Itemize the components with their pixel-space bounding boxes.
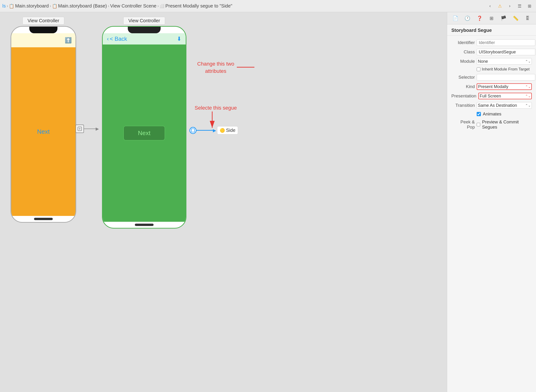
- identifier-input[interactable]: [477, 39, 535, 46]
- inspector-module-row: Module None ⌃⌄: [447, 57, 536, 66]
- vc2-notch: [128, 27, 161, 33]
- breadcrumb-icon-2: 📋: [52, 4, 57, 9]
- breadcrumb-sep-1: ›: [7, 4, 8, 9]
- blue-connector: ▶ 🟡 Side: [189, 126, 238, 134]
- svg-rect-3: [191, 129, 195, 132]
- side-badge-icon: 🟡: [220, 128, 225, 133]
- annotation-change: Change this twoattributes: [192, 61, 239, 75]
- kind-select[interactable]: Present Modally Show Show Detail Present…: [477, 83, 532, 90]
- toolbar-right: ‹ ⚠ › ☰ ⊞: [486, 2, 534, 10]
- transition-label: Transition: [451, 103, 475, 108]
- peek-checkbox[interactable]: [477, 123, 480, 126]
- segue-line-gray: [84, 129, 96, 129]
- class-input[interactable]: [477, 49, 535, 55]
- breadcrumb-item-3[interactable]: View Controller Scene: [110, 3, 157, 9]
- vc1-phone: ⬆️ Next: [10, 26, 76, 223]
- peek-value: Preview & Commit Segues: [482, 119, 532, 130]
- peek-pop-row: Peek & Pop Preview & Commit Segues: [447, 118, 536, 131]
- download-icon: ⬇: [177, 36, 182, 42]
- class-controls: ⚙ ›: [477, 49, 536, 55]
- breadcrumb-icon-1: 📋: [9, 4, 14, 9]
- canvas-area: View Controller ⬆️ Next ▶: [0, 12, 447, 392]
- presentation-label: Presentation: [451, 93, 476, 98]
- selector-label: Selector: [451, 75, 475, 80]
- vc1-label: View Controller: [23, 17, 64, 25]
- inspector-btn-question[interactable]: ❓: [475, 14, 484, 23]
- breadcrumb: ls › 📋 Main.storyboard › 📋 Main.storyboa…: [2, 3, 485, 9]
- module-select[interactable]: None: [477, 58, 532, 65]
- kind-select-wrapper: Present Modally Show Show Detail Present…: [477, 83, 532, 90]
- vc1-notch: [29, 27, 57, 33]
- inspector-btn-slider[interactable]: 🎛: [523, 14, 532, 23]
- inspector-btn-flag[interactable]: 🏴: [499, 14, 508, 23]
- vc2-label: View Controller: [123, 17, 165, 25]
- module-select-wrapper: None ⌃⌄: [477, 58, 532, 65]
- forward-button[interactable]: ›: [506, 2, 514, 10]
- warning-button[interactable]: ⚠: [496, 2, 504, 10]
- breadcrumb-sep-4: ›: [157, 4, 159, 9]
- inspector-content: Identifier Class ⚙ › Module None: [447, 36, 536, 392]
- segue-arrow-gray: ▶: [76, 125, 99, 133]
- transition-select[interactable]: Same As Destination Cover Vertical Flip …: [477, 102, 532, 109]
- back-button[interactable]: ‹: [486, 2, 494, 10]
- inherit-module-row: Inherit Module From Target: [447, 66, 536, 73]
- breadcrumb-item-1[interactable]: Main.storyboard: [15, 3, 48, 9]
- side-badge: 🟡 Side: [217, 126, 238, 134]
- selector-input[interactable]: [477, 74, 535, 80]
- inspector-class-row: Class ⚙ ›: [447, 47, 536, 57]
- inherit-checkbox[interactable]: [477, 67, 480, 71]
- menu-button[interactable]: ☰: [515, 2, 524, 10]
- next-btn-green[interactable]: Next: [123, 126, 165, 140]
- vc1-orange-area: Next: [11, 47, 76, 216]
- back-label: < Back: [110, 36, 127, 42]
- blue-arrowhead: ▶: [213, 128, 216, 133]
- main-area: View Controller ⬆️ Next ▶: [0, 12, 536, 392]
- inspector-btn-ruler[interactable]: 📏: [511, 14, 520, 23]
- segue-arrowhead: ▶: [96, 126, 99, 131]
- breadcrumb-icon-3: ⬜: [160, 4, 164, 8]
- inspector-transition-row: Transition Same As Destination Cover Ver…: [447, 101, 536, 110]
- peek-label: Peek & Pop: [451, 119, 475, 130]
- vc2-navbar: ‹ < Back ⬇: [103, 33, 186, 45]
- inspector-kind-row: Kind Present Modally Show Show Detail Pr…: [447, 82, 536, 91]
- vc2-green-content: Next: [103, 45, 186, 222]
- breadcrumb-item-2[interactable]: Main.storyboard (Base): [58, 3, 107, 9]
- breadcrumb-sep-2: ›: [50, 4, 51, 9]
- annotation-arrow-1: [237, 62, 256, 72]
- share-icon: ⬆️: [65, 37, 72, 44]
- inspector-toolbar: 📄 🕐 ❓ ⊞ 🏴 📏 🎛: [447, 12, 536, 24]
- inspector-btn-doc[interactable]: 📄: [451, 14, 460, 23]
- annotation-select: Selecte this segue: [192, 105, 239, 111]
- presentation-select[interactable]: Full Screen Automatic Page Sheet Form Sh…: [478, 93, 532, 99]
- identifier-label: Identifier: [451, 40, 475, 45]
- breadcrumb-item-ls: ls: [2, 3, 6, 9]
- class-label: Class: [451, 49, 475, 55]
- chevron-left-icon: ‹: [107, 36, 109, 42]
- vc1-container: View Controller ⬆️ Next: [7, 17, 80, 223]
- vc1-home-bar: [34, 218, 53, 220]
- animates-label: Animates: [483, 112, 501, 117]
- breadcrumb-item-4[interactable]: Present Modally segue to "Side": [165, 3, 232, 9]
- grid-button[interactable]: ⊞: [525, 2, 534, 10]
- animates-row: Animates: [447, 110, 536, 118]
- animates-checkbox[interactable]: [477, 112, 481, 116]
- inspector-panel: 📄 🕐 ❓ ⊞ 🏴 📏 🎛 Storyboard Segue Identifie…: [447, 12, 536, 392]
- inspector-selector-row: Selector: [447, 73, 536, 82]
- back-button-vc2: ‹ < Back: [107, 36, 127, 42]
- vc2-home-bar: [135, 224, 153, 226]
- inspector-btn-grid[interactable]: ⊞: [487, 14, 496, 23]
- blue-node[interactable]: [189, 127, 196, 134]
- inherit-label: Inherit Module From Target: [482, 67, 530, 72]
- inspector-btn-clock[interactable]: 🕐: [463, 14, 472, 23]
- breadcrumb-sep-3: ›: [108, 4, 109, 9]
- inspector-presentation-row: Presentation Full Screen Automatic Page …: [447, 91, 536, 101]
- segue-box-icon: [76, 125, 84, 133]
- presentation-select-wrapper: Full Screen Automatic Page Sheet Form Sh…: [478, 93, 532, 99]
- side-badge-label: Side: [226, 128, 235, 133]
- inspector-identifier-row: Identifier: [447, 38, 536, 47]
- main-toolbar: ls › 📋 Main.storyboard › 📋 Main.storyboa…: [0, 0, 536, 12]
- transition-select-wrapper: Same As Destination Cover Vertical Flip …: [477, 102, 532, 109]
- blue-line: [196, 130, 213, 131]
- vc2-container: View Controller ‹ < Back ⬇ Next: [101, 17, 188, 229]
- inspector-title: Storyboard Segue: [447, 24, 536, 36]
